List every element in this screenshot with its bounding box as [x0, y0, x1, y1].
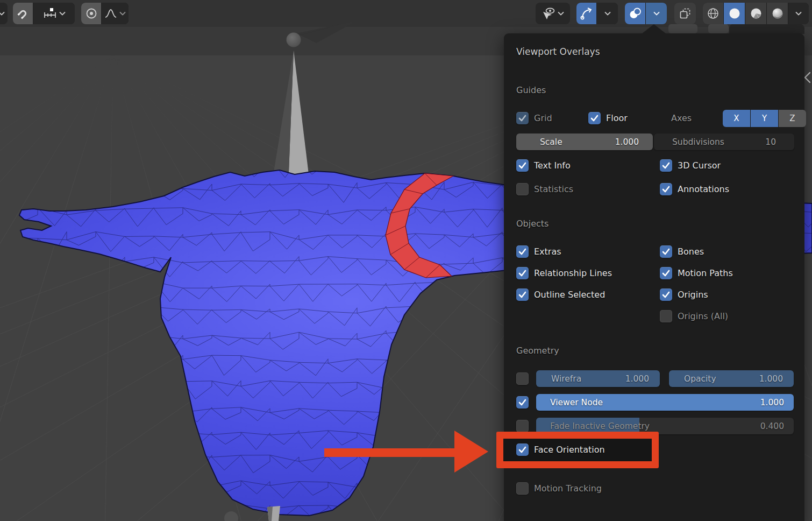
checkbox-motion-paths[interactable]: Motion Paths: [660, 265, 733, 281]
checkbox-annotations[interactable]: Annotations: [660, 181, 729, 198]
snap-group: [13, 3, 75, 24]
axis-z-button[interactable]: Z: [779, 110, 806, 127]
toolbar-right: [536, 3, 809, 24]
show-gizmo-button[interactable]: [536, 3, 570, 24]
chevron-down-icon: [653, 11, 660, 16]
show-overlays-button[interactable]: [625, 3, 645, 24]
grid-label: Grid: [534, 113, 552, 123]
checkbox-wireframe[interactable]: [516, 372, 529, 385]
shading-dropdown-button[interactable]: [788, 3, 809, 24]
toggle-xray-button[interactable]: [674, 3, 696, 24]
checkbox-viewer-node[interactable]: [516, 396, 529, 409]
checkbox-bones[interactable]: Bones: [660, 243, 704, 260]
scale-slider[interactable]: Scale1.000: [516, 133, 653, 150]
snap-toggle-button[interactable]: [13, 3, 33, 24]
proportional-circle-icon: [86, 8, 97, 19]
shading-wireframe-icon: [707, 7, 720, 20]
checkbox-origins-all[interactable]: Origins (All): [660, 308, 728, 325]
hidden-button-remnant: [708, 24, 729, 33]
checkbox-text-info[interactable]: Text Info: [516, 159, 571, 172]
toolbar-left: [0, 3, 129, 24]
falloff-button[interactable]: [102, 3, 129, 24]
gizmos-arc-icon: [580, 7, 593, 20]
partial-tool-button[interactable]: [0, 3, 8, 24]
floor-label: Floor: [606, 113, 628, 123]
checkbox-3d-cursor[interactable]: 3D Cursor: [660, 157, 721, 174]
chevron-down-icon: [604, 11, 611, 16]
xray-squares-icon: [679, 7, 692, 20]
gizmo-pointer-eye-icon: [542, 7, 555, 20]
falloff-curve-icon: [104, 8, 117, 19]
xray-group: [674, 3, 696, 24]
shading-group: [703, 3, 809, 24]
opacity-slider[interactable]: Opacity1.000: [669, 370, 794, 387]
checkbox-fade-inactive[interactable]: [516, 420, 529, 432]
overlays-group: [625, 3, 667, 24]
shading-material-button[interactable]: [745, 3, 766, 24]
gizmos-dropdown-button[interactable]: [597, 3, 618, 24]
checkbox-extras[interactable]: Extras: [516, 245, 561, 258]
overlays-circles-icon: [629, 7, 642, 20]
shading-wireframe-button[interactable]: [703, 3, 723, 24]
gizmo-group: [536, 3, 570, 24]
shading-rendered-button[interactable]: [767, 3, 788, 24]
checkbox-face-orientation[interactable]: Face Orientation: [516, 443, 605, 456]
viewport-overlays-panel: Viewport Overlays Guides Grid Floor Axes…: [504, 33, 804, 521]
checkbox-outline-selected[interactable]: Outline Selected: [516, 288, 605, 301]
chevron-down-icon: [119, 11, 126, 16]
chevron-down-icon: [0, 11, 5, 16]
panel-title: Viewport Overlays: [516, 46, 600, 57]
chevron-down-icon: [795, 11, 802, 16]
gizmos-group: [576, 3, 618, 24]
chevron-down-icon: [59, 11, 66, 16]
snap-increment-icon: [43, 7, 57, 20]
checkbox-statistics[interactable]: Statistics: [516, 183, 573, 195]
axes-toggle-group: X Y Z: [723, 110, 806, 127]
shading-rendered-icon: [771, 7, 784, 20]
snap-target-button[interactable]: [33, 3, 75, 24]
checkbox-motion-tracking[interactable]: Motion Tracking: [516, 482, 602, 495]
wireframe-slider[interactable]: Wirefra1.000: [536, 370, 660, 387]
checkbox-floor[interactable]: Floor: [588, 112, 628, 124]
overlays-dropdown-button[interactable]: [646, 3, 667, 24]
shading-solid-button[interactable]: [724, 3, 745, 24]
proportional-edit-button[interactable]: [81, 3, 101, 24]
hidden-button-remnant: [668, 24, 697, 33]
checkbox-relationship-lines[interactable]: Relationship Lines: [516, 267, 612, 279]
checkbox-origins[interactable]: Origins: [660, 286, 708, 303]
viewer-node-slider[interactable]: Viewer Node1.000: [536, 394, 794, 411]
hidden-panel-remnant: [729, 24, 804, 34]
proportional-edit-group: [81, 3, 129, 24]
subdivisions-field[interactable]: Subdivisions10: [654, 133, 794, 150]
magnet-icon: [17, 8, 29, 19]
axes-label: Axes: [671, 113, 692, 123]
section-guides: Guides: [516, 85, 546, 95]
shading-material-icon: [750, 7, 763, 20]
blender-window: Viewport Overlays Guides Grid Floor Axes…: [0, 0, 812, 521]
section-objects: Objects: [516, 219, 549, 229]
chevron-down-icon: [558, 11, 564, 16]
shading-solid-icon: [728, 7, 741, 20]
section-geometry: Geometry: [516, 346, 559, 356]
checkbox-grid[interactable]: Grid: [516, 112, 552, 124]
show-gizmos-button[interactable]: [576, 3, 596, 24]
axis-y-button[interactable]: Y: [751, 110, 778, 127]
axis-x-button[interactable]: X: [723, 110, 750, 127]
